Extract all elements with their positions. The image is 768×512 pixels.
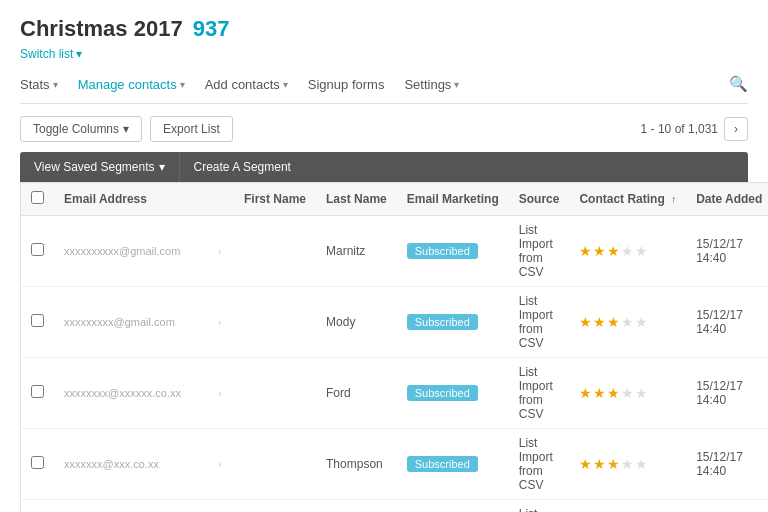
star-icon: ★ bbox=[607, 385, 620, 401]
row-contact-rating: ★★★★★ bbox=[569, 216, 686, 287]
star-icon: ★ bbox=[635, 385, 648, 401]
view-saved-segments-button[interactable]: View Saved Segments ▾ bbox=[20, 152, 180, 182]
row-email-marketing: Subscribed bbox=[397, 216, 509, 287]
header-source: Source bbox=[509, 183, 570, 216]
header-checkbox-cell bbox=[21, 183, 55, 216]
page-title: Christmas 2017 bbox=[20, 16, 183, 42]
table-row: xxxxxxxxxx@gmail.com›MarnitzSubscribedLi… bbox=[21, 216, 769, 287]
row-last-name: Thompson bbox=[316, 429, 397, 500]
star-icon: ★ bbox=[635, 456, 648, 472]
switch-list-link[interactable]: Switch list ▾ bbox=[20, 47, 82, 61]
star-icon: ★ bbox=[593, 314, 606, 330]
toolbar-left: Toggle Columns ▾ Export List bbox=[20, 116, 233, 142]
star-icon: ★ bbox=[635, 243, 648, 259]
row-checkbox-cell bbox=[21, 429, 55, 500]
row-email-marketing: Subscribed bbox=[397, 429, 509, 500]
star-icon: ★ bbox=[593, 456, 606, 472]
chevron-down-icon: ▾ bbox=[76, 47, 82, 61]
subscribed-badge: Subscribed bbox=[407, 385, 478, 401]
star-icon: ★ bbox=[579, 243, 592, 259]
subscribed-badge: Subscribed bbox=[407, 314, 478, 330]
header-contact-rating[interactable]: Contact Rating ↑ bbox=[569, 183, 686, 216]
header-last-name: Last Name bbox=[316, 183, 397, 216]
header-email: Email Address bbox=[54, 183, 214, 216]
manage-chevron-icon: ▾ bbox=[180, 79, 185, 90]
toggle-columns-button[interactable]: Toggle Columns ▾ bbox=[20, 116, 142, 142]
settings-chevron-icon: ▾ bbox=[454, 79, 459, 90]
row-expand-arrow[interactable]: › bbox=[214, 500, 234, 513]
row-first-name bbox=[234, 216, 316, 287]
row-expand-arrow[interactable]: › bbox=[214, 358, 234, 429]
search-button[interactable]: 🔍 bbox=[729, 75, 748, 93]
row-email: xxxxxxxxx@gmail.com bbox=[54, 287, 214, 358]
header-email-marketing: Email Marketing bbox=[397, 183, 509, 216]
row-contact-rating: ★★★★★ bbox=[569, 358, 686, 429]
row-last-name: Mody bbox=[316, 287, 397, 358]
star-icon: ★ bbox=[579, 314, 592, 330]
row-source: List Import from CSV bbox=[509, 287, 570, 358]
subscribed-badge: Subscribed bbox=[407, 243, 478, 259]
pagination-info: 1 - 10 of 1,031 › bbox=[641, 117, 748, 141]
header-date-added: Date Added bbox=[686, 183, 768, 216]
row-date-added: 15/12/17 14:40 bbox=[686, 429, 768, 500]
header-first-name: First Name bbox=[234, 183, 316, 216]
next-arrow-icon: › bbox=[734, 122, 738, 136]
toggle-chevron-icon: ▾ bbox=[123, 122, 129, 136]
row-email-marketing: Subscribed bbox=[397, 500, 509, 513]
row-checkbox[interactable] bbox=[31, 385, 44, 398]
row-source: List Import from CSV bbox=[509, 429, 570, 500]
toolbar: Toggle Columns ▾ Export List 1 - 10 of 1… bbox=[20, 116, 748, 142]
create-segment-button[interactable]: Create A Segment bbox=[180, 152, 305, 182]
row-last-name: Ford bbox=[316, 358, 397, 429]
row-date-added: 15/12/17 14:40 bbox=[686, 287, 768, 358]
segments-chevron-icon: ▾ bbox=[159, 160, 165, 174]
row-contact-rating: ★★★★★ bbox=[569, 500, 686, 513]
row-email: xxxxxxx@xxx.co.xx bbox=[54, 429, 214, 500]
row-source: List Import from CSV bbox=[509, 216, 570, 287]
star-icon: ★ bbox=[621, 243, 634, 259]
row-checkbox-cell bbox=[21, 216, 55, 287]
row-date-added: 15/12/17 14:40 bbox=[686, 216, 768, 287]
row-first-name bbox=[234, 500, 316, 513]
row-first-name bbox=[234, 429, 316, 500]
pagination-next-button[interactable]: › bbox=[724, 117, 748, 141]
star-icon: ★ bbox=[607, 456, 620, 472]
row-checkbox[interactable] bbox=[31, 456, 44, 469]
star-icon: ★ bbox=[593, 243, 606, 259]
row-source: List Import from CSV bbox=[509, 500, 570, 513]
add-chevron-icon: ▾ bbox=[283, 79, 288, 90]
row-checkbox[interactable] bbox=[31, 243, 44, 256]
row-expand-arrow[interactable]: › bbox=[214, 216, 234, 287]
row-email: xxxxxxxxxx@gmail.com bbox=[54, 500, 214, 513]
star-icon: ★ bbox=[621, 456, 634, 472]
row-checkbox-cell bbox=[21, 358, 55, 429]
nav-settings[interactable]: Settings ▾ bbox=[404, 77, 459, 92]
row-first-name bbox=[234, 287, 316, 358]
row-expand-arrow[interactable]: › bbox=[214, 287, 234, 358]
row-email-marketing: Subscribed bbox=[397, 287, 509, 358]
nav-signup-forms[interactable]: Signup forms bbox=[308, 77, 385, 92]
star-icon: ★ bbox=[607, 243, 620, 259]
nav-add-contacts[interactable]: Add contacts ▾ bbox=[205, 77, 288, 92]
row-first-name bbox=[234, 358, 316, 429]
row-date-added: 15/12/17 14:40 bbox=[686, 500, 768, 513]
table-row: xxxxxxxxxx@gmail.com›LutchmanSubscribedL… bbox=[21, 500, 769, 513]
page-wrapper: Christmas 2017 937 Switch list ▾ Stats ▾… bbox=[0, 0, 768, 512]
star-icon: ★ bbox=[621, 385, 634, 401]
table-row: xxxxxxxxx@gmail.com›ModySubscribedList I… bbox=[21, 287, 769, 358]
header-arrow bbox=[214, 183, 234, 216]
table-header-row: Email Address First Name Last Name Email… bbox=[21, 183, 769, 216]
row-checkbox-cell bbox=[21, 500, 55, 513]
star-icon: ★ bbox=[579, 385, 592, 401]
row-email: xxxxxxxx@xxxxxx.co.xx bbox=[54, 358, 214, 429]
table-row: xxxxxxxx@xxxxxx.co.xx›FordSubscribedList… bbox=[21, 358, 769, 429]
export-list-button[interactable]: Export List bbox=[150, 116, 233, 142]
row-checkbox[interactable] bbox=[31, 314, 44, 327]
nav-stats[interactable]: Stats ▾ bbox=[20, 77, 58, 92]
row-source: List Import from CSV bbox=[509, 358, 570, 429]
row-expand-arrow[interactable]: › bbox=[214, 429, 234, 500]
star-icon: ★ bbox=[579, 456, 592, 472]
nav-manage-contacts[interactable]: Manage contacts ▾ bbox=[78, 77, 185, 92]
sort-arrow-icon: ↑ bbox=[671, 194, 676, 205]
select-all-checkbox[interactable] bbox=[31, 191, 44, 204]
